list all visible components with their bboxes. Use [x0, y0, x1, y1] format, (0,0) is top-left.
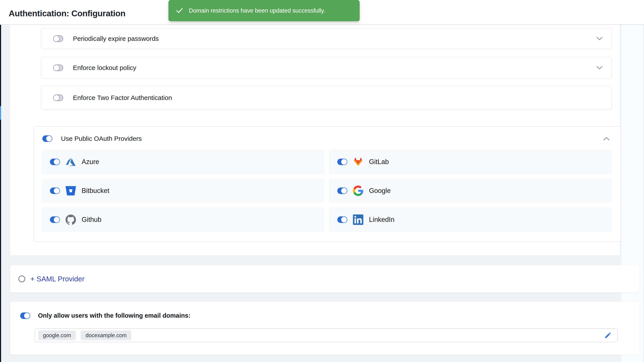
- toggle-knob: [54, 216, 60, 223]
- toggle-knob: [53, 95, 60, 101]
- chevron-down-icon[interactable]: [596, 66, 603, 70]
- toggle-knob: [341, 216, 347, 223]
- provider-row-linkedin: LinkedIn: [329, 208, 612, 232]
- provider-row-azure: Azure: [42, 150, 325, 174]
- setting-card-two-factor[interactable]: Enforce Two Factor Authentication: [41, 86, 612, 110]
- bitbucket-icon: [66, 186, 76, 196]
- provider-name: Google: [369, 187, 391, 195]
- linkedin-toggle[interactable]: [337, 216, 347, 223]
- linkedin-icon: [353, 215, 363, 225]
- check-icon: [176, 7, 183, 14]
- google-icon: [353, 186, 363, 196]
- chevron-up-icon[interactable]: [603, 137, 610, 141]
- oauth-header[interactable]: Use Public OAuth Providers: [42, 135, 610, 142]
- gitlab-icon: [353, 157, 363, 167]
- email-domains-card: Only allow users with the following emai…: [10, 302, 640, 354]
- provider-grid: Azure GitLab Bitbuck: [42, 150, 612, 232]
- add-saml-provider-label[interactable]: + SAML Provider: [30, 275, 84, 283]
- oauth-label: Use Public OAuth Providers: [61, 135, 142, 142]
- provider-name: Azure: [82, 158, 99, 166]
- chevron-down-icon[interactable]: [596, 37, 603, 41]
- expire-passwords-toggle[interactable]: [53, 35, 63, 42]
- setting-label: Periodically expire passwords: [73, 35, 159, 42]
- email-domains-header: Only allow users with the following emai…: [20, 312, 190, 319]
- azure-toggle[interactable]: [50, 159, 60, 165]
- bitbucket-toggle[interactable]: [50, 188, 60, 194]
- provider-name: Github: [82, 216, 101, 224]
- sidebar-edge-strip: [0, 25, 1, 362]
- domain-chip: google.com: [38, 330, 76, 340]
- toggle-knob: [341, 188, 347, 194]
- gitlab-toggle[interactable]: [337, 159, 347, 165]
- toggle-knob: [54, 188, 60, 194]
- provider-row-gitlab: GitLab: [329, 150, 612, 174]
- setting-card-lockout-policy[interactable]: Enforce lockout policy: [41, 57, 612, 79]
- toggle-knob: [341, 159, 347, 165]
- lockout-policy-toggle[interactable]: [53, 65, 63, 71]
- toggle-knob: [53, 35, 60, 42]
- add-saml-provider-card[interactable]: + SAML Provider: [10, 265, 640, 292]
- sidebar-edge-active-indicator: [0, 106, 1, 120]
- domain-tags-input[interactable]: google.com docexample.com: [34, 328, 618, 342]
- saml-radio[interactable]: [18, 276, 25, 282]
- setting-label: Enforce lockout policy: [73, 64, 136, 72]
- authentication-configuration-page: Authentication: Configuration Domain res…: [0, 0, 644, 362]
- email-domains-label: Only allow users with the following emai…: [38, 312, 190, 319]
- provider-row-google: Google: [329, 178, 612, 203]
- azure-icon: [66, 157, 76, 167]
- github-icon: [66, 215, 76, 225]
- provider-name: LinkedIn: [369, 216, 394, 224]
- toggle-knob: [53, 65, 60, 71]
- setting-label: Enforce Two Factor Authentication: [73, 94, 172, 101]
- provider-name: GitLab: [369, 158, 389, 166]
- provider-row-github: Github: [42, 208, 325, 232]
- pencil-icon[interactable]: [604, 331, 612, 339]
- provider-row-bitbucket: Bitbucket: [42, 178, 325, 203]
- github-toggle[interactable]: [50, 216, 60, 223]
- toast-message: Domain restrictions have been updated su…: [189, 8, 325, 14]
- setting-card-expire-passwords[interactable]: Periodically expire passwords: [41, 28, 612, 49]
- oauth-providers-card: Use Public OAuth Providers Azure: [34, 126, 621, 242]
- domain-chip: docexample.com: [81, 330, 131, 340]
- toggle-knob: [46, 135, 52, 142]
- two-factor-toggle[interactable]: [53, 95, 63, 101]
- page-title: Authentication: Configuration: [9, 9, 126, 18]
- google-toggle[interactable]: [337, 188, 347, 194]
- oauth-master-toggle[interactable]: [42, 135, 52, 142]
- provider-name: Bitbucket: [82, 187, 110, 195]
- email-domains-toggle[interactable]: [20, 312, 30, 319]
- toggle-knob: [54, 159, 60, 165]
- success-toast: Domain restrictions have been updated su…: [168, 0, 360, 21]
- toggle-knob: [24, 312, 30, 319]
